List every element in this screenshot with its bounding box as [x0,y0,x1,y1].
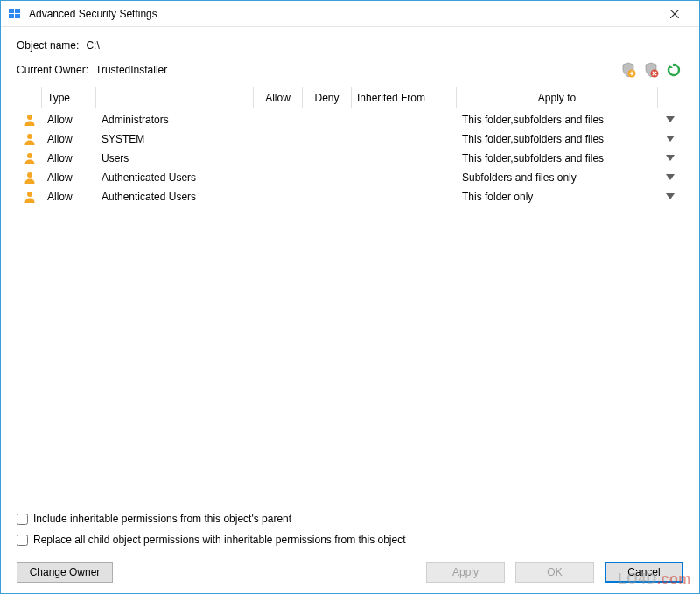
svg-rect-3 [15,14,20,18]
shield-add-icon[interactable] [619,60,638,80]
column-principal[interactable] [96,87,254,108]
checkbox-area: Include inheritable permissions from thi… [17,513,683,555]
entry-principal: Administrators [96,114,254,126]
svg-point-11 [27,172,32,178]
content-area: Object name: C:\ Current Owner: TrustedI… [1,27,699,593]
svg-point-12 [27,192,32,197]
inherit-checkbox[interactable] [17,514,28,525]
owner-toolbar [619,60,683,80]
shield-remove-icon[interactable] [641,60,661,80]
button-bar: Change Owner Apply OK Cancel [17,562,683,583]
grid-body[interactable]: AllowAdministratorsThis folder,subfolder… [18,108,682,500]
titlebar: Advanced Security Settings [1,1,699,27]
entry-type: Allow [42,191,96,203]
cancel-button[interactable]: Cancel [605,562,683,583]
change-owner-button[interactable]: Change Owner [17,562,113,583]
entry-dropdown-icon[interactable] [658,193,682,200]
owner-label: Current Owner: [17,64,88,76]
table-row[interactable]: AllowUsersThis folder,subfolders and fil… [18,149,682,168]
entry-dropdown-icon[interactable] [658,174,682,181]
window-title: Advanced Security Settings [29,8,657,20]
column-inherited[interactable]: Inherited From [352,87,457,108]
column-type[interactable]: Type [42,87,96,108]
entry-apply: Subfolders and files only [457,171,658,184]
table-row[interactable]: AllowAuthenticated UsersSubfolders and f… [18,168,682,187]
replace-checkbox-row[interactable]: Replace all child object permissions wit… [17,534,683,546]
entry-principal: SYSTEM [96,133,254,145]
close-button[interactable] [657,2,692,26]
user-icon [18,151,42,165]
replace-checkbox[interactable] [17,535,28,546]
column-dropdown [658,87,682,108]
entry-type: Allow [42,171,96,184]
entry-type: Allow [42,114,96,126]
column-allow[interactable]: Allow [254,87,303,108]
entry-type: Allow [42,152,96,164]
column-icon[interactable] [18,87,42,108]
grid-header: Type Allow Deny Inherited From Apply to [18,87,682,108]
object-name-label: Object name: [17,39,79,52]
owner-row: Current Owner: TrustedInstaller [17,60,683,80]
user-icon [18,132,42,146]
table-row[interactable]: AllowAuthenticated UsersThis folder only [18,187,682,206]
entry-dropdown-icon[interactable] [658,136,682,143]
ok-button: OK [515,562,594,583]
entry-principal: Authenticated Users [96,191,254,203]
user-icon [18,113,42,127]
user-icon [18,190,42,204]
column-deny[interactable]: Deny [303,87,352,108]
user-icon [18,171,42,185]
entry-apply: This folder,subfolders and files [457,152,658,164]
apply-button: Apply [426,562,505,583]
svg-point-10 [27,153,32,158]
entry-dropdown-icon[interactable] [658,155,682,162]
svg-rect-0 [9,9,14,13]
app-icon [8,7,22,21]
svg-point-8 [27,115,32,120]
entry-type: Allow [42,133,96,145]
entry-apply: This folder,subfolders and files [457,133,658,145]
entry-principal: Authenticated Users [96,171,254,184]
entry-principal: Users [96,152,254,164]
replace-checkbox-label: Replace all child object permissions wit… [33,534,406,546]
table-row[interactable]: AllowSYSTEMThis folder,subfolders and fi… [18,129,682,149]
entry-apply: This folder only [457,191,658,203]
svg-rect-1 [15,9,20,13]
inherit-checkbox-label: Include inheritable permissions from thi… [33,513,291,525]
column-apply[interactable]: Apply to [457,87,658,108]
svg-point-9 [27,134,32,139]
permissions-grid: Type Allow Deny Inherited From Apply to … [17,87,683,500]
owner-value: TrustedInstaller [95,64,167,76]
inherit-checkbox-row[interactable]: Include inheritable permissions from thi… [17,513,683,525]
svg-rect-2 [9,14,14,18]
security-settings-window: Advanced Security Settings Object name: … [0,0,700,594]
entry-apply: This folder,subfolders and files [457,114,658,126]
object-name-value: C:\ [86,39,99,52]
table-row[interactable]: AllowAdministratorsThis folder,subfolder… [18,110,682,129]
refresh-icon[interactable] [664,60,683,80]
entry-dropdown-icon[interactable] [658,116,682,123]
object-name-row: Object name: C:\ [17,39,683,52]
